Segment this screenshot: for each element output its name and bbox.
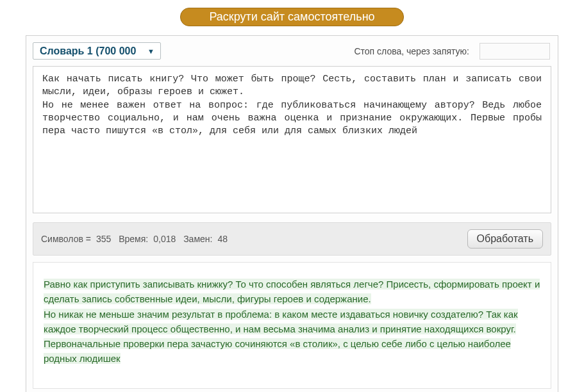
- repl-label: Замен:: [183, 234, 212, 244]
- chars-label: Символов =: [41, 234, 91, 244]
- time-value: 0,018: [153, 234, 176, 244]
- output-part1: Равно как приступить записывать книжку? …: [44, 279, 540, 304]
- repl-value: 48: [217, 234, 228, 244]
- input-wrap: [26, 66, 558, 216]
- stopwords-input[interactable]: [480, 43, 550, 60]
- output-box: Равно как приступить записывать книжку? …: [33, 262, 551, 389]
- output-text: Равно как приступить записывать книжку? …: [44, 277, 540, 366]
- stopwords-label: Стоп слова, через запятую:: [354, 46, 469, 56]
- process-button[interactable]: Обработать: [467, 229, 543, 249]
- promo-banner[interactable]: Раскрути сайт самостоятельно: [180, 8, 403, 26]
- source-text-input[interactable]: [33, 66, 551, 213]
- tool-panel: Словарь 1 (700 000 ▼ Стоп слова, через з…: [26, 35, 558, 392]
- dictionary-select[interactable]: Словарь 1 (700 000: [33, 42, 161, 60]
- banner-wrap: Раскрути сайт самостоятельно: [26, 8, 558, 26]
- stats-text: Символов =355 Время:0,018 Замен:48: [41, 234, 233, 244]
- controls-row: Словарь 1 (700 000 ▼ Стоп слова, через з…: [26, 36, 558, 66]
- time-label: Время:: [119, 234, 148, 244]
- dictionary-select-wrap: Словарь 1 (700 000 ▼: [33, 42, 161, 60]
- stats-bar: Символов =355 Время:0,018 Замен:48 Обраб…: [33, 222, 551, 256]
- output-part2: Но никак не меньше значим результат в пр…: [44, 309, 518, 364]
- chars-value: 355: [96, 234, 111, 244]
